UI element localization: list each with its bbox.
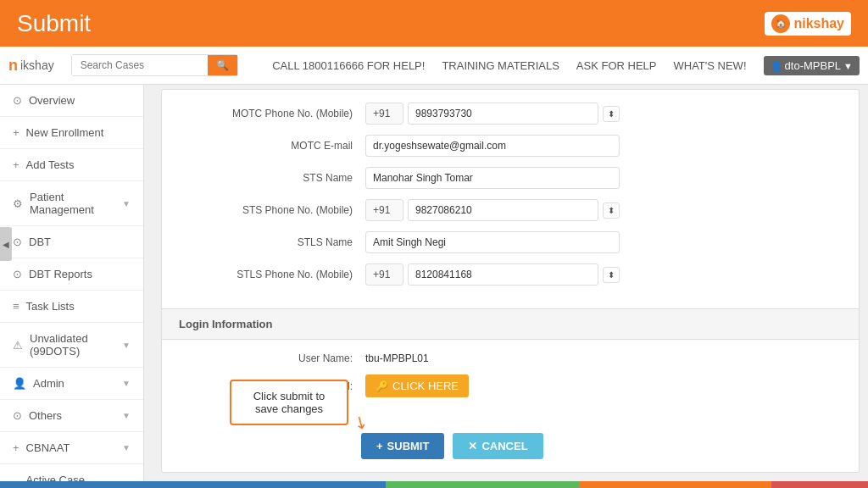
- submit-label: SUBMIT: [387, 440, 430, 452]
- sidebar-item-dbt[interactable]: ⊙ DBT: [0, 226, 143, 258]
- footer-bar-orange: [579, 481, 772, 488]
- sts-phone-label: STS Phone No. (Mobile): [179, 204, 365, 216]
- motc-email-input[interactable]: [365, 135, 620, 157]
- sidebar-item-label: Overview: [29, 94, 75, 107]
- chevron-down-icon: ▼: [122, 443, 131, 452]
- sts-name-row: STS Name: [179, 167, 842, 189]
- sts-phone-input[interactable]: [408, 199, 598, 221]
- sidebar-item-label: Admin: [33, 377, 64, 390]
- new-enrollment-icon: +: [13, 126, 19, 139]
- top-header: Submit 🏠 nikshay: [0, 0, 868, 47]
- sidebar-item-label: DBT: [29, 236, 51, 248]
- click-here-button[interactable]: 🔑 CLICK HERE: [365, 374, 469, 397]
- page-title: Submit: [17, 10, 765, 37]
- sidebar-item-label: Task Lists: [26, 300, 75, 313]
- motc-phone-spinner[interactable]: ⬍: [603, 106, 620, 122]
- stls-phone-group: +91 ⬍: [365, 263, 620, 286]
- callout-box: Click submit to save changes ↘: [230, 380, 348, 425]
- buttons-row: Click submit to save changes ↘ + SUBMIT …: [162, 420, 859, 472]
- sidebar-item-task-lists[interactable]: ≡ Task Lists: [0, 291, 143, 323]
- sidebar-item-label: DBT Reports: [29, 268, 92, 280]
- sts-phone-code: +91: [365, 199, 403, 221]
- username-value: tbu-MPBPL01: [365, 352, 429, 364]
- motc-phone-group: +91 ⬍: [365, 103, 620, 125]
- nav-bar: n ikshay 🔍 CALL 1800116666 FOR HELP! TRA…: [0, 47, 868, 85]
- sts-phone-group: +91 ⬍: [365, 199, 620, 221]
- sts-name-input[interactable]: [365, 167, 620, 189]
- add-tests-icon: +: [13, 158, 19, 171]
- form-card: MOTC Phone No. (Mobile) +91 ⬍ MOTC E-mai…: [161, 89, 860, 473]
- sidebar-item-label: CBNAAT: [26, 441, 70, 454]
- submit-button[interactable]: + SUBMIT: [361, 433, 444, 459]
- sidebar-item-new-enrollment[interactable]: + New Enrollment: [0, 117, 143, 149]
- click-here-label: CLICK HERE: [392, 380, 459, 392]
- footer-bars: [0, 481, 868, 488]
- nav-ask-help[interactable]: ASK FOR HELP: [576, 59, 657, 72]
- form-section: MOTC Phone No. (Mobile) +91 ⬍ MOTC E-mai…: [162, 90, 859, 308]
- nav-user[interactable]: 👤 dto-MPBPL ▼: [764, 56, 860, 75]
- motc-phone-row: MOTC Phone No. (Mobile) +91 ⬍: [179, 103, 842, 125]
- footer-bar-green: [386, 481, 579, 488]
- chevron-down-icon: ▼: [122, 379, 131, 388]
- search-box: 🔍: [71, 54, 238, 76]
- sts-name-label: STS Name: [179, 172, 365, 184]
- others-icon: ⊙: [13, 409, 22, 422]
- main-layout: ⊙ Overview + New Enrollment + Add Tests …: [0, 85, 868, 488]
- stls-name-label: STLS Name: [179, 236, 365, 248]
- stls-name-row: STLS Name: [179, 231, 842, 253]
- stls-phone-row: STLS Phone No. (Mobile) +91 ⬍: [179, 263, 842, 286]
- footer-bar-red: [771, 481, 868, 488]
- stls-phone-spinner[interactable]: ⬍: [603, 267, 620, 283]
- login-info-header: Login Information: [162, 308, 859, 340]
- search-input[interactable]: [72, 55, 208, 75]
- sidebar-item-add-tests[interactable]: + Add Tests: [0, 149, 143, 181]
- nav-user-label: dto-MPBPL: [785, 59, 841, 72]
- motc-phone-label: MOTC Phone No. (Mobile): [179, 108, 365, 119]
- sts-phone-row: STS Phone No. (Mobile) +91 ⬍: [179, 199, 842, 221]
- username-label: User Name:: [179, 352, 365, 364]
- chevron-down-icon: ▼: [122, 341, 131, 350]
- cbnaat-icon: +: [13, 441, 19, 454]
- cancel-button[interactable]: ✕ CANCEL: [453, 433, 542, 459]
- chevron-down-icon: ▼: [122, 199, 131, 208]
- sidebar-item-overview[interactable]: ⊙ Overview: [0, 85, 143, 117]
- sidebar-item-label: Unvalidated (99DOTS): [30, 332, 115, 358]
- motc-email-row: MOTC E-mail: [179, 135, 842, 157]
- dbt-reports-icon: ⊙: [13, 268, 22, 280]
- motc-phone-input[interactable]: [408, 103, 598, 125]
- stls-phone-code: +91: [365, 263, 403, 286]
- sidebar-item-label: Patient Management: [30, 191, 115, 216]
- search-button[interactable]: 🔍: [208, 55, 237, 75]
- sidebar-item-dbt-reports[interactable]: ⊙ DBT Reports: [0, 258, 143, 291]
- sidebar-item-admin[interactable]: 👤 Admin ▼: [0, 368, 143, 400]
- nav-links: CALL 1800116666 FOR HELP! TRAINING MATER…: [272, 56, 860, 75]
- callout-text: Click submit to save changes: [253, 390, 326, 415]
- footer-bar-blue: [0, 481, 386, 488]
- task-lists-icon: ≡: [13, 300, 19, 313]
- content-area: MOTC Phone No. (Mobile) +91 ⬍ MOTC E-mai…: [144, 85, 868, 488]
- nav-logo-n: n: [8, 57, 18, 75]
- sidebar-collapse-button[interactable]: ◀: [0, 227, 12, 261]
- nikshay-logo: 🏠 nikshay: [765, 12, 851, 36]
- logo-icon: 🏠: [771, 14, 790, 33]
- username-row: User Name: tbu-MPBPL01: [179, 352, 842, 364]
- nav-training[interactable]: TRAINING MATERIALS: [442, 59, 559, 72]
- sidebar-item-cbnaat[interactable]: + CBNAAT ▼: [0, 432, 143, 464]
- dbt-icon: ⊙: [13, 236, 22, 248]
- chevron-down-icon: ▼: [122, 411, 131, 420]
- sidebar-item-unvalidated[interactable]: ⚠ Unvalidated (99DOTS) ▼: [0, 323, 143, 368]
- nav-logo-rest: ikshay: [20, 58, 54, 72]
- motc-email-label: MOTC E-mail: [179, 140, 365, 152]
- sidebar-item-label: New Enrollment: [26, 126, 104, 139]
- sidebar-item-others[interactable]: ⊙ Others ▼: [0, 400, 143, 432]
- sts-phone-spinner[interactable]: ⬍: [603, 202, 620, 219]
- nav-whats-new[interactable]: WHAT'S NEW!: [673, 59, 746, 72]
- sidebar-item-label: Others: [29, 409, 62, 422]
- logo-text: nikshay: [793, 16, 844, 31]
- nav-call-help[interactable]: CALL 1800116666 FOR HELP!: [272, 59, 425, 72]
- stls-phone-input[interactable]: [408, 263, 598, 286]
- sidebar-item-patient-management[interactable]: ⚙ Patient Management ▼: [0, 181, 143, 226]
- stls-name-input[interactable]: [365, 231, 620, 253]
- patient-mgmt-icon: ⚙: [13, 197, 23, 210]
- stls-phone-label: STLS Phone No. (Mobile): [179, 269, 365, 280]
